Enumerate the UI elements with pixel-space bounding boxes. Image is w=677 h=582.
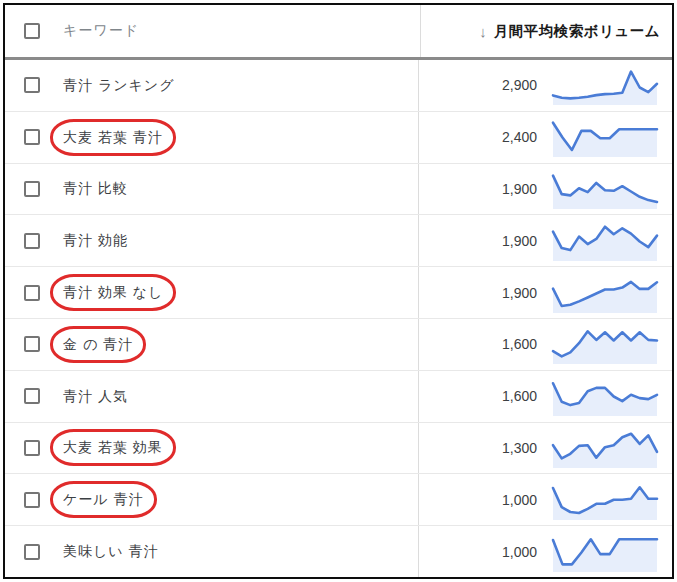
keyword-wrap: 青汁 効能 [63,231,128,250]
table-row: ケール 青汁 1,000 [5,474,672,526]
keyword-wrap: 青汁 比較 [63,179,128,198]
keyword-wrap: 美味しい 青汁 [63,542,159,561]
search-volume-value: 1,000 [419,544,537,560]
search-volume-value: 1,000 [419,492,537,508]
row-checkbox[interactable] [24,492,40,508]
keyword-wrap: 青汁 人気 [63,387,128,406]
trend-sparkline [550,117,660,157]
keyword-wrap: 金 の 青汁 [63,335,133,354]
keyword-text[interactable]: 美味しい 青汁 [63,543,159,559]
volume-cell: 1,900 [418,267,672,318]
trend-sparkline [550,169,660,209]
keyword-cell: 青汁 比較 [5,164,418,215]
search-volume-value: 2,400 [419,129,537,145]
sort-descending-icon: ↓ [479,23,487,40]
keyword-text[interactable]: 青汁 人気 [63,388,128,404]
volume-cell: 1,000 [418,474,672,525]
row-checkbox[interactable] [24,388,40,404]
trend-sparkline [550,480,660,520]
trend-sparkline [550,65,660,105]
table-row: 大麦 若葉 青汁 2,400 [5,112,672,164]
keyword-cell: 青汁 ランキング [5,60,418,111]
keyword-cell: 金 の 青汁 [5,319,418,370]
row-checkbox[interactable] [24,129,40,145]
keyword-text[interactable]: 大麦 若葉 青汁 [63,129,163,145]
keyword-text[interactable]: 青汁 効果 なし [63,284,163,300]
keyword-wrap: 青汁 効果 なし [63,283,163,302]
row-checkbox[interactable] [24,233,40,249]
trend-sparkline [550,428,660,468]
table-row: 青汁 ランキング 2,900 [5,60,672,112]
search-volume-value: 1,900 [419,181,537,197]
search-volume-value: 1,600 [419,388,537,404]
trend-sparkline [550,532,660,572]
volume-cell: 1,600 [418,319,672,370]
header-keyword-cell: キーワード [5,5,420,57]
volume-cell: 1,900 [418,164,672,215]
keyword-cell: 青汁 効果 なし [5,267,418,318]
volume-cell: 1,000 [418,526,672,577]
trend-sparkline [550,324,660,364]
keyword-cell: 青汁 人気 [5,371,418,422]
volume-cell: 1,300 [418,423,672,474]
search-volume-value: 1,900 [419,233,537,249]
keyword-cell: ケール 青汁 [5,474,418,525]
keyword-text[interactable]: 青汁 ランキング [63,77,175,93]
search-volume-value: 1,900 [419,285,537,301]
row-checkbox[interactable] [24,440,40,456]
search-volume-value: 2,900 [419,77,537,93]
row-checkbox[interactable] [24,336,40,352]
row-checkbox[interactable] [24,181,40,197]
keyword-cell: 美味しい 青汁 [5,526,418,577]
keyword-table: キーワード ↓ 月間平均検索ボリューム 青汁 ランキング 2,900 大麦 若葉… [3,3,674,579]
search-volume-value: 1,300 [419,440,537,456]
table-row: 青汁 効能 1,900 [5,215,672,267]
table-row: 青汁 比較 1,900 [5,164,672,216]
volume-column-header: 月間平均検索ボリューム [494,22,660,41]
keyword-wrap: ケール 青汁 [63,490,144,509]
header-volume-cell[interactable]: ↓ 月間平均検索ボリューム [420,5,672,57]
table-header-row: キーワード ↓ 月間平均検索ボリューム [5,5,672,60]
table-row: 金 の 青汁 1,600 [5,319,672,371]
keyword-text[interactable]: 青汁 比較 [63,180,128,196]
table-row: 大麦 若葉 効果 1,300 [5,423,672,475]
volume-cell: 2,900 [418,60,672,111]
table-row: 美味しい 青汁 1,000 [5,526,672,577]
trend-sparkline [550,221,660,261]
row-checkbox[interactable] [24,544,40,560]
select-all-checkbox[interactable] [24,23,40,39]
search-volume-value: 1,600 [419,336,537,352]
volume-cell: 2,400 [418,112,672,163]
keyword-cell: 青汁 効能 [5,215,418,266]
keyword-text[interactable]: 大麦 若葉 効果 [63,439,163,455]
trend-sparkline [550,376,660,416]
keyword-text[interactable]: 青汁 効能 [63,232,128,248]
table-row: 青汁 効果 なし 1,900 [5,267,672,319]
keyword-text[interactable]: ケール 青汁 [63,491,144,507]
table-row: 青汁 人気 1,600 [5,371,672,423]
keyword-column-header: キーワード [63,22,139,40]
keyword-cell: 大麦 若葉 効果 [5,423,418,474]
keyword-wrap: 青汁 ランキング [63,76,175,95]
row-checkbox[interactable] [24,285,40,301]
keyword-cell: 大麦 若葉 青汁 [5,112,418,163]
keyword-wrap: 大麦 若葉 効果 [63,438,163,457]
volume-cell: 1,600 [418,371,672,422]
keyword-wrap: 大麦 若葉 青汁 [63,128,163,147]
keyword-text[interactable]: 金 の 青汁 [63,336,133,352]
row-checkbox[interactable] [24,77,40,93]
table-body: 青汁 ランキング 2,900 大麦 若葉 青汁 2,400 青汁 比較 [5,60,672,577]
trend-sparkline [550,273,660,313]
volume-cell: 1,900 [418,215,672,266]
